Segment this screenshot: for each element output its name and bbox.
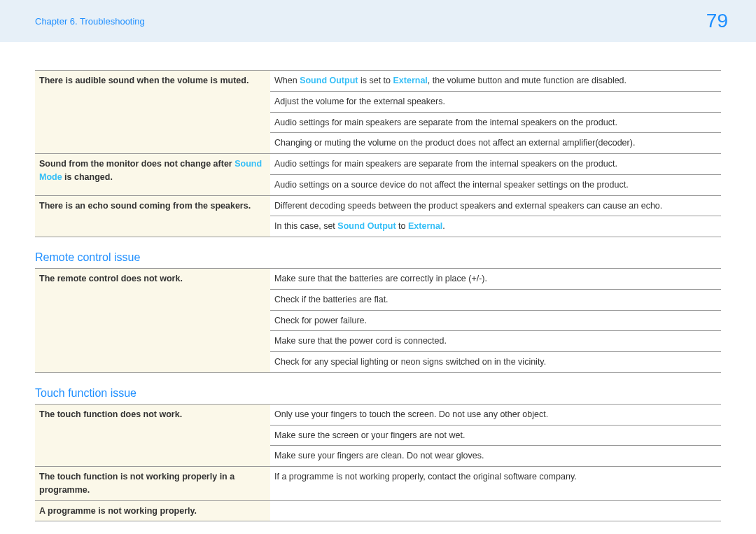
link-text[interactable]: External bbox=[408, 221, 442, 231]
answer-cell: Check for power failure. bbox=[270, 310, 721, 331]
table-row: The touch function does not work.Only us… bbox=[35, 404, 721, 425]
answer-text: Adjust the volume for the external speak… bbox=[274, 97, 445, 106]
answer-text: Check if the batteries are flat. bbox=[274, 295, 388, 304]
answer-text: , the volume button and mute function ar… bbox=[428, 76, 626, 85]
answer-text: Only use your fingers to touch the scree… bbox=[274, 409, 548, 419]
answer-cell: When Sound Output is set to External, th… bbox=[270, 71, 721, 92]
section-heading-remote: Remote control issue bbox=[35, 251, 721, 264]
issue-text: The touch function is not working proper… bbox=[39, 472, 234, 495]
answer-cell: Audio settings on a source device do not… bbox=[270, 174, 721, 195]
issue-cell: The remote control does not work. bbox=[35, 269, 270, 373]
answer-cell: Only use your fingers to touch the scree… bbox=[270, 404, 721, 425]
issue-table-remote: The remote control does not work.Make su… bbox=[35, 268, 721, 373]
issue-text: A programme is not working properly. bbox=[39, 506, 197, 516]
issue-table-audio: There is audible sound when the volume i… bbox=[35, 70, 721, 237]
issue-cell: The touch function does not work. bbox=[35, 404, 270, 466]
answer-cell: Audio settings for main speakers are sep… bbox=[270, 154, 721, 175]
answer-cell: Changing or muting the volume on the pro… bbox=[270, 133, 721, 154]
answer-text: Make sure your fingers are clean. Do not… bbox=[274, 451, 484, 461]
answer-text: Check for power failure. bbox=[274, 316, 367, 325]
page-number: 79 bbox=[706, 10, 728, 32]
answer-text: When bbox=[274, 76, 300, 85]
issue-text: The touch function does not work. bbox=[39, 409, 182, 419]
answer-cell: Different decoding speeds between the pr… bbox=[270, 195, 721, 216]
issue-cell: A programme is not working properly. bbox=[35, 500, 270, 521]
table-row: There is an echo sound coming from the s… bbox=[35, 195, 721, 216]
answer-cell: Audio settings for main speakers are sep… bbox=[270, 112, 721, 133]
table-row: A programme is not working properly. bbox=[35, 500, 721, 521]
answer-cell bbox=[270, 500, 721, 521]
answer-text: Make sure that the power cord is connect… bbox=[274, 336, 447, 346]
answer-text: In this case, set bbox=[274, 221, 337, 231]
link-text[interactable]: Sound Output bbox=[300, 76, 358, 85]
answer-text: If a programme is not working properly, … bbox=[274, 472, 577, 482]
issue-text: The remote control does not work. bbox=[39, 274, 183, 283]
answer-cell: Make sure your fingers are clean. Do not… bbox=[270, 446, 721, 467]
answer-text: to bbox=[396, 221, 408, 231]
issue-cell: Sound from the monitor does not change a… bbox=[35, 154, 270, 196]
answer-text: . bbox=[442, 221, 444, 231]
answer-cell: Check if the batteries are flat. bbox=[270, 289, 721, 310]
header-bar: Chapter 6. Troubleshooting 79 bbox=[0, 0, 756, 42]
issue-table-touch: The touch function does not work.Only us… bbox=[35, 404, 721, 522]
table-row: Sound from the monitor does not change a… bbox=[35, 154, 721, 175]
issue-cell: There is an echo sound coming from the s… bbox=[35, 195, 270, 237]
answer-text: Different decoding speeds between the pr… bbox=[274, 201, 662, 211]
issue-text: There is an echo sound coming from the s… bbox=[39, 201, 251, 211]
answer-text: Audio settings for main speakers are sep… bbox=[274, 159, 617, 169]
issue-text: Sound from the monitor does not change a… bbox=[39, 159, 234, 169]
link-text[interactable]: Sound Output bbox=[337, 221, 396, 231]
answer-text: is set to bbox=[358, 76, 393, 85]
issue-cell: The touch function is not working proper… bbox=[35, 467, 270, 501]
answer-text: Make sure that the batteries are correct… bbox=[274, 274, 487, 283]
answer-cell: Make sure the screen or your fingers are… bbox=[270, 425, 721, 446]
answer-text: Check for any special lighting or neon s… bbox=[274, 357, 546, 367]
answer-cell: Check for any special lighting or neon s… bbox=[270, 352, 721, 373]
table-row: The remote control does not work.Make su… bbox=[35, 269, 721, 290]
answer-cell: If a programme is not working properly, … bbox=[270, 467, 721, 501]
issue-text: is changed. bbox=[62, 172, 113, 182]
answer-cell: Adjust the volume for the external speak… bbox=[270, 91, 721, 112]
page-content: There is audible sound when the volume i… bbox=[0, 42, 756, 534]
answer-text: Make sure the screen or your fingers are… bbox=[274, 430, 465, 440]
issue-cell: There is audible sound when the volume i… bbox=[35, 71, 270, 154]
section-heading-touch: Touch function issue bbox=[35, 387, 721, 400]
answer-cell: In this case, set Sound Output to Extern… bbox=[270, 216, 721, 237]
answer-text: Audio settings for main speakers are sep… bbox=[274, 118, 617, 127]
issue-text: There is audible sound when the volume i… bbox=[39, 76, 248, 85]
answer-cell: Make sure that the power cord is connect… bbox=[270, 331, 721, 352]
table-row: The touch function is not working proper… bbox=[35, 467, 721, 501]
link-text[interactable]: External bbox=[393, 76, 427, 85]
chapter-title[interactable]: Chapter 6. Troubleshooting bbox=[35, 16, 145, 27]
answer-text: Audio settings on a source device do not… bbox=[274, 180, 629, 190]
answer-cell: Make sure that the batteries are correct… bbox=[270, 269, 721, 290]
answer-text: Changing or muting the volume on the pro… bbox=[274, 138, 635, 148]
table-row: There is audible sound when the volume i… bbox=[35, 71, 721, 92]
